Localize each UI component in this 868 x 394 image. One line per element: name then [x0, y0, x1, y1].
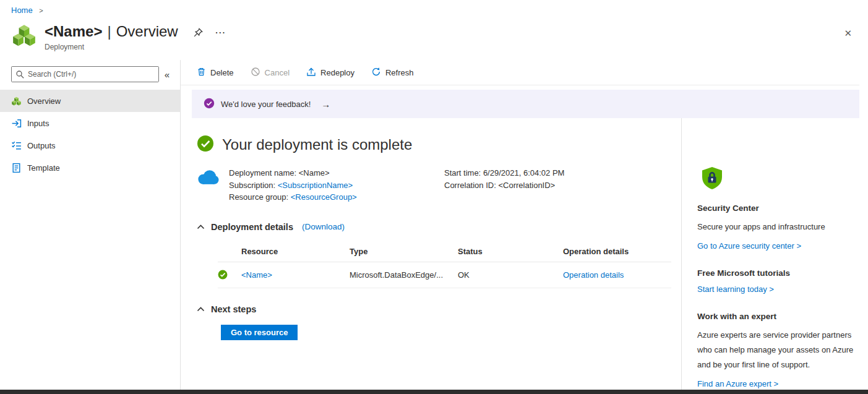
- sidebar-item-label: Outputs: [27, 141, 56, 150]
- cancel-label: Cancel: [265, 68, 290, 77]
- template-document-icon: [11, 163, 22, 173]
- delete-label: Delete: [210, 68, 234, 77]
- deployment-name-label: Deployment name:: [229, 168, 296, 178]
- security-center-link[interactable]: Go to Azure security center >: [697, 241, 801, 251]
- sidebar-nav: Overview Inputs: [0, 90, 180, 179]
- expert-description: Azure experts are service provider partn…: [697, 328, 861, 372]
- left-sidebar: «: [0, 60, 181, 390]
- breadcrumb: Home >: [11, 6, 43, 15]
- operation-details-link[interactable]: Operation details: [563, 270, 671, 280]
- sidebar-item-template[interactable]: Template: [0, 156, 180, 179]
- resource-group-link[interactable]: <ResourceGroup>: [291, 192, 357, 202]
- feedback-icon: [204, 98, 215, 111]
- redeploy-upload-icon: [306, 67, 316, 79]
- success-check-icon: [197, 135, 214, 155]
- cancel-slash-icon: [251, 67, 260, 79]
- page-header: Home >: [0, 0, 868, 60]
- outputs-checklist-icon: [11, 140, 22, 151]
- more-options-icon[interactable]: …: [215, 24, 226, 36]
- breadcrumb-chevron-icon: >: [39, 7, 43, 14]
- expert-link[interactable]: Find an Azure expert >: [697, 379, 778, 388]
- inputs-icon: [11, 118, 22, 129]
- row-success-check-icon: [218, 270, 241, 280]
- expert-title: Work with an expert: [697, 312, 861, 321]
- sidebar-item-label: Inputs: [27, 119, 49, 128]
- cancel-button[interactable]: Cancel: [251, 67, 290, 79]
- page-title-name: <Name>: [45, 23, 102, 40]
- resource-type-cell: Microsoft.DataBoxEdge/...: [350, 270, 458, 280]
- breadcrumb-home-link[interactable]: Home: [11, 6, 33, 15]
- command-bar: Delete Cancel Rede: [181, 60, 859, 85]
- tutorials-link[interactable]: Start learning today >: [697, 285, 774, 294]
- feedback-banner[interactable]: We'd love your feedback! →: [192, 90, 859, 118]
- go-to-resource-button[interactable]: Go to resource: [221, 325, 298, 340]
- sidebar-search: [11, 66, 159, 82]
- column-header-type: Type: [350, 247, 458, 256]
- column-header-operation-details: Operation details: [563, 247, 671, 256]
- sidebar-item-label: Overview: [27, 96, 61, 106]
- refresh-button[interactable]: Refresh: [371, 67, 414, 79]
- subscription-label: Subscription:: [229, 181, 275, 190]
- resource-group-label: Resource group:: [229, 192, 288, 202]
- deployment-name-value: <Name>: [299, 168, 330, 178]
- redeploy-label: Redeploy: [320, 68, 355, 77]
- chevron-up-icon[interactable]: [197, 224, 205, 229]
- search-input[interactable]: [12, 67, 158, 82]
- deployment-cubes-icon: [11, 22, 37, 48]
- sidebar-item-label: Template: [27, 163, 60, 173]
- start-time-label: Start time:: [444, 168, 481, 178]
- right-panel: Security Center Secure your apps and inf…: [681, 118, 868, 390]
- page-title: <Name>|Overview: [45, 22, 178, 41]
- refresh-icon: [371, 67, 381, 79]
- pin-icon[interactable]: [193, 27, 204, 40]
- start-time-value: 6/29/2021, 6:04:02 PM: [483, 168, 565, 178]
- arrow-right-icon: →: [321, 99, 330, 109]
- deployment-complete-title: Your deployment is complete: [222, 136, 412, 153]
- sidebar-item-outputs[interactable]: Outputs: [0, 134, 180, 156]
- page-title-separator: |: [107, 23, 111, 40]
- azure-deployment-overview-page: Home >: [0, 0, 868, 394]
- table-row: <Name> Microsoft.DataBoxEdge/... OK Oper…: [218, 262, 671, 288]
- sidebar-item-overview[interactable]: Overview: [0, 90, 180, 112]
- page-subtitle: Deployment: [45, 43, 178, 51]
- deployment-details-title[interactable]: Deployment details: [211, 222, 293, 232]
- table-header-row: Resource Type Status Operation details: [218, 242, 671, 262]
- main-content: Your deployment is complete: [181, 118, 681, 390]
- close-icon[interactable]: ✕: [844, 28, 852, 39]
- bottom-bar: [0, 390, 868, 394]
- sidebar-collapse-button[interactable]: «: [159, 69, 175, 80]
- correlation-id-label: Correlation ID:: [444, 181, 496, 190]
- correlation-id-value: <CorrelationID>: [498, 181, 555, 190]
- tutorials-title: Free Microsoft tutorials: [697, 268, 861, 278]
- security-center-title: Security Center: [697, 203, 861, 213]
- column-header-resource: Resource: [241, 247, 350, 256]
- deployment-info: Deployment name: <Name> Subscription: <S…: [197, 167, 681, 203]
- download-link[interactable]: (Download): [302, 222, 345, 231]
- chevron-up-icon[interactable]: [197, 306, 205, 312]
- resource-name-link[interactable]: <Name>: [241, 270, 350, 280]
- subscription-link[interactable]: <SubscriptionName>: [278, 181, 353, 190]
- trash-icon: [197, 67, 206, 79]
- security-shield-lock-icon: [702, 166, 861, 192]
- cloud-icon: [197, 169, 220, 203]
- sidebar-item-inputs[interactable]: Inputs: [0, 112, 180, 134]
- refresh-label: Refresh: [385, 68, 414, 77]
- feedback-message: We'd love your feedback!: [221, 100, 311, 109]
- security-center-description: Secure your apps and infrastructure: [697, 220, 861, 234]
- column-header-status: Status: [458, 247, 563, 256]
- next-steps-title[interactable]: Next steps: [211, 304, 256, 314]
- overview-cubes-icon: [11, 96, 22, 106]
- page-title-section: Overview: [116, 23, 178, 40]
- resource-status-cell: OK: [458, 270, 563, 280]
- redeploy-button[interactable]: Redeploy: [306, 67, 355, 79]
- delete-button[interactable]: Delete: [197, 67, 234, 79]
- deployment-details-table: Resource Type Status Operation details: [218, 242, 671, 288]
